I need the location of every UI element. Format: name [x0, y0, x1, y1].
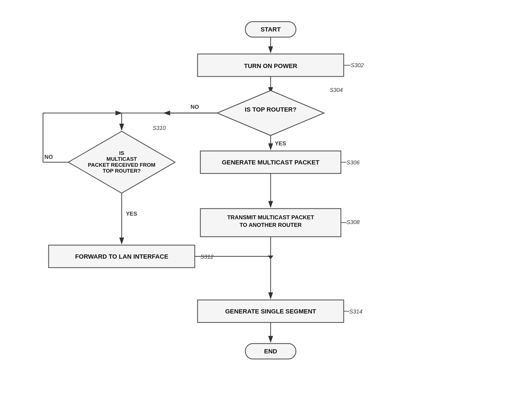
svg-marker-6 [217, 91, 324, 136]
s312-label: FORWARD TO LAN INTERFACE [75, 253, 168, 260]
s310-label-2: MULTICAST [107, 156, 137, 162]
flowchart-diagram: START TURN ON POWER S302 IS TOP ROUTER? … [26, 13, 504, 407]
s308-ref: S308 [346, 219, 360, 225]
s308-label-1: TRANSMIT MULTICAST PACKET [227, 214, 314, 220]
s310-label-3: PACKET RECEIVED FROM [88, 162, 155, 168]
s314-ref: S314 [349, 308, 363, 315]
start-label: START [261, 26, 281, 33]
s304-label: IS TOP ROUTER? [245, 106, 296, 113]
s304-ref: S304 [330, 87, 343, 93]
s308-label-2: TO ANOTHER ROUTER [239, 222, 302, 228]
yes-s304-label: YES [275, 140, 286, 146]
end-label: END [264, 348, 277, 355]
s310-label-4: TOP ROUTER? [103, 168, 141, 174]
yes-s310-label: YES [126, 211, 137, 217]
s306-ref: S306 [346, 159, 360, 166]
no-s310-label: NO [44, 154, 53, 160]
s306-label: GENERATE MULTICAST PACKET [222, 159, 320, 166]
s302-ref: S302 [351, 62, 364, 68]
no-s304-label: NO [191, 104, 199, 110]
s310-ref: S310 [153, 125, 166, 131]
s314-label: GENERATE SINGLE SEGMENT [225, 308, 316, 315]
s302-label: TURN ON POWER [244, 62, 297, 69]
s310-label-1: IS [119, 150, 124, 156]
svg-marker-23 [268, 256, 273, 259]
